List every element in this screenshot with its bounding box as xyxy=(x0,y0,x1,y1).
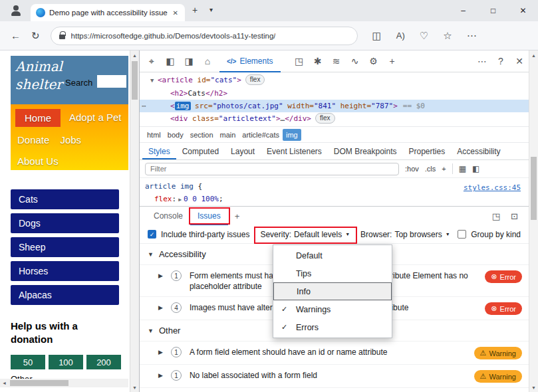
dom-node-img-selected[interactable]: ⋯<img src="photos/cat.jpg" width="841" h… xyxy=(140,100,529,112)
dom-node-article[interactable]: ▼<article id="cats">flex xyxy=(140,74,529,87)
dom-node-div[interactable]: <div class="articletext">…</div>flex xyxy=(140,112,529,125)
nav-link-jobs[interactable]: Jobs xyxy=(58,132,83,148)
page-horizontal-scrollbar[interactable]: ◄ xyxy=(0,379,128,387)
scroll-down-icon[interactable]: ▼ xyxy=(529,383,538,392)
tab-dom-breakpoints[interactable]: DOM Breakpoints xyxy=(328,143,403,159)
styles-filter-input[interactable] xyxy=(145,163,399,175)
breadcrumb-body[interactable]: body xyxy=(164,129,187,141)
breadcrumb-main[interactable]: main xyxy=(217,129,239,141)
network-icon[interactable]: ≋ xyxy=(327,56,346,66)
breadcrumb-article[interactable]: article#cats xyxy=(239,129,283,141)
issue-row-id-name[interactable]: ▶ 1 A form field element should have an … xyxy=(140,342,529,365)
tab-properties[interactable]: Properties xyxy=(403,143,452,159)
collapse-icon[interactable]: ▼ xyxy=(148,328,154,334)
browser-essentials-icon[interactable]: ♡ xyxy=(420,30,428,42)
dropdown-item-default[interactable]: Default xyxy=(273,246,392,264)
expand-icon[interactable]: ▶ xyxy=(158,272,163,279)
css-rule-header[interactable]: article img { styles.css:45 xyxy=(145,180,523,193)
group-by-kind-control[interactable]: Group by kind xyxy=(458,230,521,239)
address-bar[interactable]: https://microsoftedge.github.io/Demos/de… xyxy=(51,27,358,45)
hover-states-button[interactable]: :hov xyxy=(405,165,419,173)
debugger-icon[interactable]: ✱ xyxy=(309,56,327,66)
tab-computed[interactable]: Computed xyxy=(176,143,225,159)
dropdown-item-warnings[interactable]: ✓ Warnings xyxy=(273,300,392,318)
dropdown-item-info-focused[interactable]: Info xyxy=(273,282,392,300)
dropdown-item-tips[interactable]: Tips xyxy=(273,264,392,282)
donate-50-button[interactable]: 50 xyxy=(11,355,45,369)
welcome-home-icon[interactable]: ⌂ xyxy=(198,56,217,66)
back-button[interactable]: ← xyxy=(11,30,21,41)
flex-badge[interactable]: flex xyxy=(315,113,335,124)
tab-menu-icon[interactable]: ▾ xyxy=(209,6,213,13)
settings-gear-icon[interactable]: ⚙ xyxy=(364,56,383,66)
category-button-alpacas[interactable]: Alpacas xyxy=(11,285,119,305)
breadcrumb-html[interactable]: html xyxy=(144,129,164,141)
severity-filter-dropdown[interactable]: Severity: Default levels ▼ xyxy=(260,230,350,239)
settings-more-icon[interactable]: ⋯ xyxy=(467,30,477,42)
group-by-kind-checkbox[interactable] xyxy=(458,230,466,239)
browser-tab[interactable]: Demo page with accessibility issues ✕ xyxy=(31,4,185,21)
element-classes-button[interactable]: .cls xyxy=(425,165,436,173)
scroll-left-icon[interactable]: ◄ xyxy=(0,381,9,385)
scroll-down-icon[interactable]: ▼ xyxy=(130,383,139,392)
collapse-icon[interactable]: ▼ xyxy=(150,74,158,87)
tab-console[interactable]: Console xyxy=(146,207,190,225)
tab-layout[interactable]: Layout xyxy=(225,143,261,159)
grid-overlay-icon[interactable]: ▦ xyxy=(459,164,466,173)
favorites-star-icon[interactable]: ☆ xyxy=(443,30,452,42)
dropdown-item-errors[interactable]: ✓ Errors xyxy=(273,318,392,336)
css-declaration[interactable]: flex:▶0 0 100%; xyxy=(145,193,523,206)
donate-100-button[interactable]: 100 xyxy=(49,355,83,369)
minimize-button[interactable]: – xyxy=(448,0,478,21)
horizontal-scroll-thumb[interactable] xyxy=(10,380,68,386)
css-value[interactable]: 0 0 100% xyxy=(184,195,219,203)
maximize-button[interactable]: □ xyxy=(478,0,508,21)
inspect-icon[interactable]: ⌖ xyxy=(142,56,161,67)
scroll-up-icon[interactable]: ▲ xyxy=(529,50,538,60)
tab-close-icon[interactable]: ✕ xyxy=(172,8,180,18)
tab-issues[interactable]: Issues xyxy=(190,207,228,225)
close-window-button[interactable]: ✕ xyxy=(508,0,538,21)
category-button-cats[interactable]: Cats xyxy=(11,189,119,209)
add-drawer-tab-icon[interactable]: + xyxy=(228,207,247,225)
tab-elements[interactable]: </> Elements xyxy=(219,50,281,72)
page-vertical-scrollbar[interactable]: ▲ ▼ xyxy=(130,50,139,392)
profile-icon[interactable] xyxy=(8,3,24,19)
panel-toggle-icon[interactable]: ◧ xyxy=(472,164,479,173)
more-options-icon[interactable]: ⋯ xyxy=(473,56,491,66)
include-third-party-checkbox[interactable]: ✓ xyxy=(148,230,156,239)
browser-filter-dropdown[interactable]: Browser: Top browsers ▼ xyxy=(360,230,450,239)
drawer-dock-icon[interactable]: ⊡ xyxy=(511,211,518,221)
tab-event-listeners[interactable]: Event Listeners xyxy=(261,143,328,159)
add-panel-icon[interactable]: + xyxy=(383,56,402,66)
collapse-icon[interactable]: ▼ xyxy=(148,251,154,258)
category-button-dogs[interactable]: Dogs xyxy=(11,213,119,233)
dom-node-h2[interactable]: <h2>Cats</h2> xyxy=(140,87,529,100)
console-panel-icon[interactable]: ◳ xyxy=(290,56,309,66)
close-devtools-icon[interactable]: ✕ xyxy=(510,56,529,66)
new-tab-button[interactable]: + xyxy=(192,5,198,15)
flex-badge[interactable]: flex xyxy=(245,74,265,85)
expand-icon[interactable]: ▶ xyxy=(158,372,163,379)
css-selector[interactable]: article img xyxy=(145,182,194,191)
performance-icon[interactable]: ∿ xyxy=(346,56,364,66)
nav-link-adopt[interactable]: Adopt a Pet xyxy=(67,109,123,127)
layout-panel-icon[interactable]: ◨ xyxy=(180,56,198,66)
vertical-scroll-thumb[interactable] xyxy=(132,61,138,100)
breadcrumb-img-selected[interactable]: img xyxy=(283,129,301,141)
new-style-rule-button[interactable]: + xyxy=(442,165,446,173)
refresh-button[interactable]: ↻ xyxy=(31,30,40,42)
shorthand-expand-icon[interactable]: ▶ xyxy=(178,197,182,203)
expand-icon[interactable]: ▶ xyxy=(158,304,163,311)
tab-styles[interactable]: Styles xyxy=(142,143,176,159)
expand-icon[interactable]: ▶ xyxy=(158,349,163,355)
search-input[interactable] xyxy=(97,75,126,88)
drawer-expand-icon[interactable]: ◳ xyxy=(492,211,500,221)
devtools-vertical-scrollbar[interactable]: ▲ ▼ xyxy=(529,50,538,392)
donate-200-button[interactable]: 200 xyxy=(86,355,121,369)
css-property[interactable]: flex xyxy=(154,195,172,203)
stylesheet-source-link[interactable]: styles.css:45 xyxy=(464,181,521,194)
nav-link-home[interactable]: Home xyxy=(15,109,61,127)
tab-accessibility[interactable]: Accessibility xyxy=(451,143,506,159)
help-icon[interactable]: ? xyxy=(491,56,510,66)
